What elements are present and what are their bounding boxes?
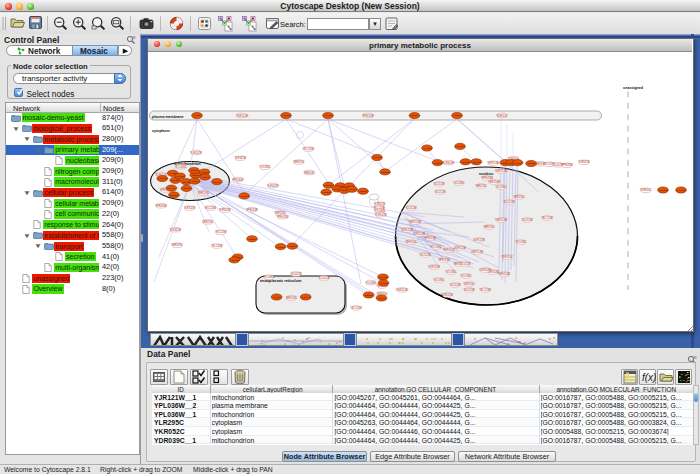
svg-text:YOL086C: YOL086C: [515, 240, 527, 244]
svg-text:YGR254W: YGR254W: [495, 218, 508, 222]
svg-text:YDR050: YDR050: [472, 161, 482, 164]
svg-text:YOL086: YOL086: [348, 188, 357, 191]
svg-text:YKL120: YKL120: [513, 162, 522, 165]
svg-text:YLR342W: YLR342W: [454, 246, 466, 250]
svg-text:YKL120W: YKL120W: [350, 306, 362, 310]
svg-text:YOL086: YOL086: [377, 297, 386, 300]
svg-text:YLR342W: YLR342W: [219, 208, 231, 212]
svg-text:YJL052W: YJL052W: [521, 218, 533, 222]
svg-text:YLR342W: YLR342W: [413, 232, 425, 236]
svg-text:YLR342W: YLR342W: [267, 184, 279, 188]
svg-text:YPR035W: YPR035W: [246, 208, 259, 212]
svg-text:YDR050: YDR050: [169, 194, 179, 197]
svg-text:YGR254W: YGR254W: [396, 288, 409, 292]
svg-text:YJL052W: YJL052W: [449, 283, 461, 287]
svg-text:YPR035W: YPR035W: [561, 163, 574, 167]
svg-text:YGR254: YGR254: [322, 191, 332, 194]
svg-text:YOL086C: YOL086C: [430, 245, 442, 249]
svg-text:YPR035W: YPR035W: [424, 236, 437, 240]
svg-text:YOL086: YOL086: [230, 259, 239, 262]
svg-text:YOL086C: YOL086C: [259, 165, 271, 169]
svg-text:YKL120: YKL120: [677, 189, 686, 192]
svg-text:YDR050: YDR050: [461, 161, 471, 164]
svg-text:f(x): f(x): [642, 372, 656, 383]
svg-text:YKL120: YKL120: [176, 175, 185, 178]
svg-text:YOL086: YOL086: [379, 282, 388, 285]
svg-text:YGR254: YGR254: [527, 162, 537, 165]
svg-text:YGR254W: YGR254W: [236, 114, 249, 118]
svg-text:YGR254: YGR254: [182, 187, 192, 190]
svg-text:YDR050C: YDR050C: [463, 282, 475, 286]
svg-text:YOL086C: YOL086C: [365, 281, 377, 285]
svg-text:YLR342W: YLR342W: [479, 268, 491, 272]
svg-text:YLR342W: YLR342W: [401, 228, 413, 232]
svg-text:YGR254: YGR254: [658, 189, 668, 192]
svg-text:YLR342W: YLR342W: [473, 238, 485, 242]
svg-text:YBR209C: YBR209C: [303, 171, 315, 175]
svg-text:YBR209: YBR209: [364, 294, 374, 297]
svg-text:YLR342: YLR342: [190, 180, 199, 183]
svg-text:YPR035W: YPR035W: [362, 114, 375, 118]
svg-text:YOL086C: YOL086C: [263, 275, 275, 279]
svg-text:YBR209C: YBR209C: [202, 220, 214, 224]
svg-text:YLR342: YLR342: [373, 156, 382, 159]
svg-text:YJL052W: YJL052W: [290, 272, 302, 276]
svg-text:YLR342W: YLR342W: [169, 228, 181, 232]
svg-text:YGR254W: YGR254W: [409, 220, 422, 224]
svg-text:YBR209C: YBR209C: [293, 160, 305, 164]
svg-text:YOL086C: YOL086C: [453, 181, 465, 185]
svg-text:YJL052W: YJL052W: [419, 253, 431, 257]
svg-text:YKL120: YKL120: [167, 187, 176, 190]
svg-text:YLR342W: YLR342W: [234, 156, 246, 160]
svg-text:YDR050C: YDR050C: [501, 255, 513, 259]
svg-text:YJL052W: YJL052W: [434, 190, 446, 194]
svg-text:YJL052W: YJL052W: [433, 182, 445, 186]
svg-text:YBR209C: YBR209C: [198, 191, 210, 195]
svg-text:YGR254: YGR254: [455, 145, 465, 148]
svg-text:YPR035W: YPR035W: [277, 215, 290, 219]
svg-text:YJL052W: YJL052W: [463, 288, 475, 292]
svg-text:YPR035W: YPR035W: [481, 176, 494, 180]
svg-text:YKL120W: YKL120W: [205, 206, 217, 210]
svg-text:YDR050C: YDR050C: [640, 188, 652, 192]
svg-text:nucleus: nucleus: [479, 172, 493, 176]
svg-text:YGR254: YGR254: [171, 179, 181, 182]
svg-text:YBR209: YBR209: [381, 171, 391, 174]
svg-text:YBR209: YBR209: [410, 114, 420, 117]
svg-text:YLR342W: YLR342W: [441, 293, 453, 297]
svg-text:YLR342W: YLR342W: [375, 213, 387, 217]
svg-text:YBR209C: YBR209C: [286, 296, 298, 300]
svg-text:YBR209C: YBR209C: [483, 225, 495, 229]
svg-text:YLR342: YLR342: [433, 162, 442, 165]
svg-text:cytoplasm: cytoplasm: [152, 129, 170, 133]
svg-text:YGR254W: YGR254W: [487, 161, 500, 165]
svg-text:YGR254W: YGR254W: [488, 180, 501, 184]
svg-text:YOL086C: YOL086C: [460, 274, 472, 278]
svg-text:YOL086: YOL086: [301, 296, 310, 299]
svg-text:YLR342W: YLR342W: [184, 206, 196, 210]
svg-text:YLR342: YLR342: [276, 246, 285, 249]
svg-text:YDR050C: YDR050C: [405, 240, 417, 244]
svg-text:YPR035W: YPR035W: [155, 204, 168, 208]
svg-text:YJL052W: YJL052W: [318, 276, 330, 280]
svg-text:YLR342W: YLR342W: [190, 151, 202, 155]
svg-text:unassigned: unassigned: [623, 86, 643, 90]
svg-text:YGR254W: YGR254W: [471, 250, 484, 254]
svg-text:YKL120W: YKL120W: [479, 288, 491, 292]
svg-text:YKL120: YKL120: [272, 296, 281, 299]
svg-text:YOL086: YOL086: [191, 174, 200, 177]
svg-text:YKL120W: YKL120W: [303, 147, 315, 151]
svg-text:YGR254W: YGR254W: [495, 169, 508, 173]
svg-text:YKL120: YKL120: [282, 114, 291, 117]
svg-text:YJL052W: YJL052W: [459, 262, 471, 266]
svg-text:YGR254: YGR254: [358, 190, 368, 193]
svg-text:YOL086C: YOL086C: [175, 165, 187, 169]
svg-text:YOL086: YOL086: [379, 276, 388, 279]
svg-text:YJL052W: YJL052W: [503, 200, 515, 204]
svg-text:YBR209C: YBR209C: [171, 243, 183, 247]
svg-text:YKL120W: YKL120W: [215, 230, 227, 234]
svg-text:YBR209: YBR209: [248, 238, 258, 241]
svg-text:YDR050: YDR050: [324, 184, 334, 187]
svg-text:YLR342W: YLR342W: [578, 160, 590, 164]
svg-text:YGR254W: YGR254W: [498, 272, 511, 276]
